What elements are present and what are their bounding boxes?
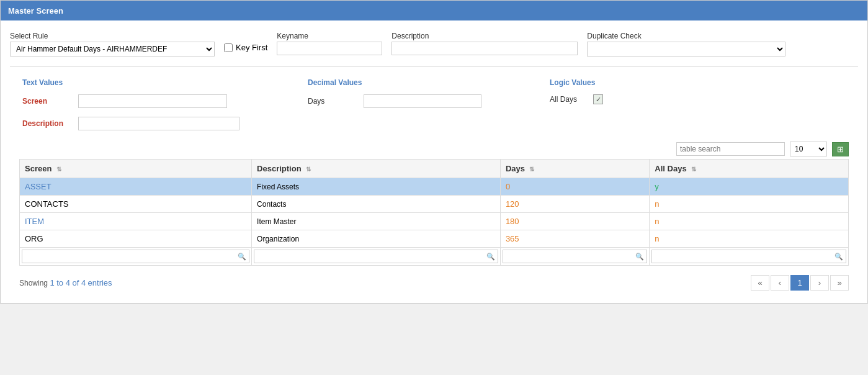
table-row[interactable]: ITEMItem Master180n	[20, 213, 849, 230]
decimal-values-section: Decimal Values Days 0	[308, 78, 481, 130]
screen-sort-icon[interactable]: ⇅	[56, 166, 61, 173]
col-screen: Screen ⇅	[20, 160, 252, 178]
table-header: Screen ⇅ Description ⇅ Days ⇅ All Days ⇅	[20, 160, 849, 178]
all-days-field-row: All Days ✓	[550, 94, 603, 104]
cell-days: 365	[500, 230, 649, 248]
middle-section: Text Values Screen ASSET Description Fix…	[10, 72, 858, 137]
keyname-label: Keyname	[277, 32, 382, 40]
duplicate-check-group: Duplicate Check	[587, 32, 785, 56]
all-days-search-icon: 🔍	[834, 253, 843, 261]
table-row[interactable]: ASSETFixed Assets0y	[20, 178, 849, 196]
top-description-group: Description Air Hammer Default Days	[391, 32, 578, 55]
master-screen-window: Master Screen Select Rule Air Hammer Def…	[0, 0, 868, 304]
select-rule-label: Select Rule	[10, 32, 215, 40]
screen-search-cell: 🔍	[20, 248, 252, 266]
days-label: Days	[308, 97, 357, 106]
days-input[interactable]: 0	[364, 94, 481, 108]
screen-column-search[interactable]	[22, 250, 249, 263]
keyname-group: Keyname AIRHAMMERDEF	[277, 32, 382, 55]
cell-all-days: n	[650, 213, 849, 230]
select-rule-group: Select Rule Air Hammer Default Days - AI…	[10, 32, 215, 56]
table-body: ASSETFixed Assets0yCONTACTSContacts120nI…	[20, 178, 849, 248]
cell-all-days: n	[650, 230, 849, 248]
first-page-button[interactable]: «	[751, 275, 769, 291]
cell-days: 0	[500, 178, 649, 196]
keyname-input[interactable]: AIRHAMMERDEF	[277, 42, 382, 55]
prev-page-button[interactable]: ‹	[771, 275, 789, 291]
col-days: Days ⇅	[500, 160, 649, 178]
cell-description: Organization	[252, 230, 501, 248]
top-section: Select Rule Air Hammer Default Days - AI…	[10, 27, 858, 61]
days-field-row: Days 0	[308, 94, 481, 108]
cell-all-days: n	[650, 196, 849, 213]
description-search-icon: 🔍	[486, 253, 495, 261]
all-days-search-cell: 🔍	[650, 248, 849, 266]
cell-description: Item Master	[252, 213, 501, 230]
key-first-checkbox[interactable]	[224, 43, 233, 52]
table-search-input[interactable]	[676, 142, 785, 156]
days-sort-icon[interactable]: ⇅	[529, 166, 534, 173]
all-days-label: All Days	[550, 95, 587, 104]
text-values-title: Text Values	[22, 78, 239, 87]
screen-label: Screen	[22, 97, 72, 106]
decimal-values-title: Decimal Values	[308, 78, 481, 87]
cell-all-days: y	[650, 178, 849, 196]
cell-description: Fixed Assets	[252, 178, 501, 196]
table-row[interactable]: ORGOrganization365n	[20, 230, 849, 248]
top-divider	[10, 66, 858, 67]
cell-days: 180	[500, 213, 649, 230]
column-search-row: 🔍 🔍 🔍	[20, 248, 849, 266]
cell-screen: CONTACTS	[20, 196, 252, 213]
all-days-sort-icon[interactable]: ⇅	[691, 166, 696, 173]
screen-field-row: Screen ASSET	[22, 94, 239, 108]
screen-search-icon: 🔍	[238, 253, 246, 261]
all-days-checkbox[interactable]: ✓	[593, 94, 603, 104]
days-search-cell: 🔍	[500, 248, 649, 266]
pagination: « ‹ 1 › »	[751, 275, 849, 291]
showing-text: Showing 1 to 4 of 4 entries	[19, 278, 112, 287]
days-search-icon: 🔍	[635, 253, 644, 261]
export-icon: ⊞	[837, 145, 844, 154]
select-rule-dropdown[interactable]: Air Hammer Default Days - AIRHAMMERDEF	[10, 42, 215, 56]
duplicate-check-dropdown[interactable]	[587, 42, 785, 56]
description-sort-icon[interactable]: ⇅	[306, 166, 311, 173]
page-size-select[interactable]: 10 25 50 100	[790, 142, 827, 156]
table-footer: 🔍 🔍 🔍	[20, 248, 849, 266]
text-values-section: Text Values Screen ASSET Description Fix…	[22, 78, 239, 130]
key-first-label: Key First	[236, 43, 267, 52]
last-page-button[interactable]: »	[830, 275, 849, 291]
title-bar: Master Screen	[1, 1, 867, 20]
data-table: Screen ⇅ Description ⇅ Days ⇅ All Days ⇅	[19, 159, 849, 266]
description-column-search[interactable]	[254, 250, 498, 263]
key-first-group: Key First	[224, 32, 267, 52]
next-page-button[interactable]: ›	[810, 275, 829, 291]
cell-description: Contacts	[252, 196, 501, 213]
header-row: Screen ⇅ Description ⇅ Days ⇅ All Days ⇅	[20, 160, 849, 178]
cell-screen: ASSET	[20, 178, 252, 196]
all-days-column-search[interactable]	[651, 250, 846, 263]
duplicate-check-label: Duplicate Check	[587, 32, 785, 40]
window-title: Master Screen	[8, 6, 63, 16]
description-label: Description	[22, 119, 72, 128]
description-search-cell: 🔍	[252, 248, 501, 266]
table-controls: 10 25 50 100 ⊞	[10, 137, 858, 159]
main-content: Select Rule Air Hammer Default Days - AI…	[1, 20, 867, 303]
cell-days: 120	[500, 196, 649, 213]
export-button[interactable]: ⊞	[832, 142, 849, 156]
cell-screen: ORG	[20, 230, 252, 248]
days-column-search[interactable]	[503, 250, 647, 263]
showing-range: 1 to 4 of 4	[50, 278, 86, 287]
description-field-row: Description Fixed Assets	[22, 117, 239, 130]
current-page-button[interactable]: 1	[790, 275, 809, 291]
cell-screen: ITEM	[20, 213, 252, 230]
description-field-input[interactable]: Fixed Assets	[78, 117, 239, 130]
col-description: Description ⇅	[252, 160, 501, 178]
screen-input[interactable]: ASSET	[78, 94, 227, 108]
table-row[interactable]: CONTACTSContacts120n	[20, 196, 849, 213]
top-description-label: Description	[391, 32, 578, 40]
col-all-days: All Days ⇅	[650, 160, 849, 178]
logic-values-title: Logic Values	[550, 78, 603, 87]
logic-values-section: Logic Values All Days ✓	[550, 78, 603, 130]
footer-section: Showing 1 to 4 of 4 entries « ‹ 1 › »	[10, 269, 858, 297]
top-description-input[interactable]: Air Hammer Default Days	[391, 42, 578, 55]
